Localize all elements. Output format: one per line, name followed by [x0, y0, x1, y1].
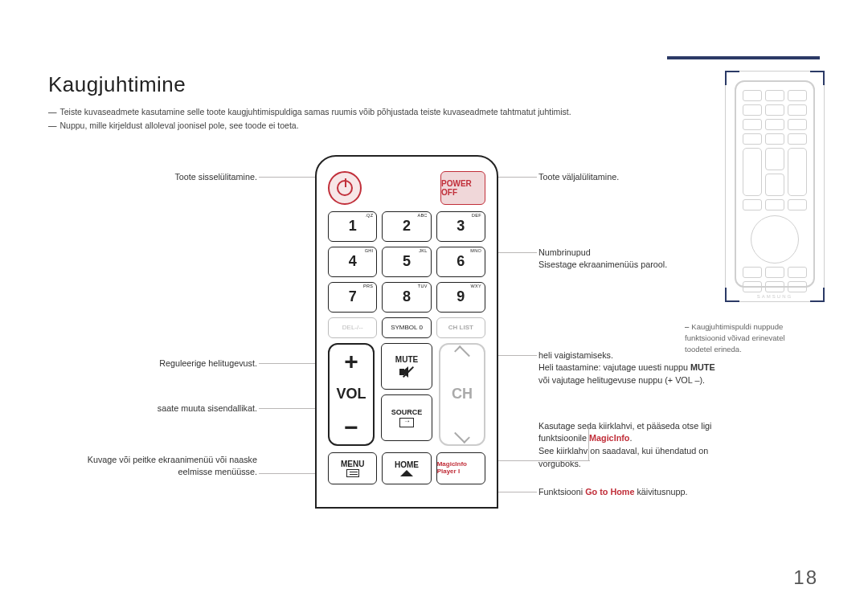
power-on-button: [328, 171, 362, 205]
ch-label: CH: [452, 386, 473, 403]
vol-label: VOL: [336, 386, 366, 403]
key-del: DEL-/--: [328, 317, 377, 338]
key-7: 7PRS: [328, 282, 377, 313]
key-chlist: CH LIST: [436, 317, 485, 338]
key-3: 3DEF: [436, 211, 485, 242]
key-8: 8TUV: [382, 282, 431, 313]
remote-body: POWER OFF 1.QZ 2ABC 3DEF 4GHI 5JKL 6MNO …: [315, 155, 498, 509]
label-mute: heli vaigistamiseks. Heli taastamine: va…: [538, 349, 747, 387]
label-menu: Kuvage või peitke ekraanimenüü või naask…: [80, 454, 257, 479]
power-off-button: POWER OFF: [440, 171, 485, 205]
leader-line: [493, 177, 537, 178]
key-symbol: SYMBOL 0: [382, 317, 431, 338]
menu-icon: [346, 469, 359, 477]
plus-icon: +: [344, 349, 358, 374]
home-icon: [400, 470, 413, 476]
source-icon: [399, 418, 414, 427]
label-magicinfo: Kasutage seda kiirklahvi, et pääseda ots…: [538, 420, 739, 471]
mute-icon: [399, 366, 414, 378]
label-power-off: Toote väljalülitamine.: [538, 171, 715, 184]
side-note: –Kaugjuhtimispuldi nuppude funktsioonid …: [685, 321, 813, 354]
page-number: 18: [793, 566, 818, 589]
page-title: Kaugjuhtimine: [48, 72, 820, 97]
header-rule: [667, 56, 820, 59]
key-5: 5JKL: [382, 247, 431, 277]
leader-line: [495, 460, 590, 461]
volume-rocker: + VOL −: [328, 343, 375, 446]
label-power-on: Toote sisselülitamine.: [113, 171, 257, 184]
key-9: 9WXY: [436, 282, 485, 313]
number-pad: 1.QZ 2ABC 3DEF 4GHI 5JKL 6MNO 7PRS 8TUV …: [328, 211, 485, 338]
magicinfo-button: MagicInfo Player I: [436, 452, 485, 484]
leader-line: [588, 426, 589, 460]
key-1: 1.QZ: [328, 211, 377, 242]
mute-button: MUTE: [381, 343, 432, 390]
minus-icon: −: [344, 415, 358, 439]
note-2: Nuppu, mille kirjeldust alloleval joonis…: [60, 121, 299, 130]
label-source: saate muuta sisendallikat.: [113, 403, 257, 415]
source-button: SOURCE: [381, 394, 432, 441]
label-home: Funktsiooni Go to Home käivitusnupp.: [538, 486, 747, 499]
note-1: Teiste kuvaseadmete kasutamine selle too…: [60, 107, 571, 116]
leader-line: [493, 252, 537, 253]
ghost-remote: SAMSUNG: [735, 80, 815, 288]
intro-notes: ―Teiste kuvaseadmete kasutamine selle to…: [48, 105, 820, 133]
label-numbers: Numbrinupud Sisestage ekraanimenüüs paro…: [538, 247, 731, 272]
key-2: 2ABC: [382, 211, 431, 242]
key-4: 4GHI: [328, 247, 377, 277]
home-button: HOME: [382, 452, 431, 484]
key-6: 6MNO: [436, 247, 485, 277]
channel-rocker: CH: [439, 343, 485, 446]
power-icon: [337, 180, 353, 196]
chevron-down-icon: [454, 427, 470, 443]
ghost-brand: SAMSUNG: [743, 294, 807, 299]
leader-line: [259, 177, 319, 178]
leader-line: [259, 363, 319, 364]
chevron-up-icon: [454, 345, 470, 362]
label-volume: Reguleerige helitugevust.: [113, 358, 257, 370]
menu-button: MENU: [328, 452, 377, 484]
